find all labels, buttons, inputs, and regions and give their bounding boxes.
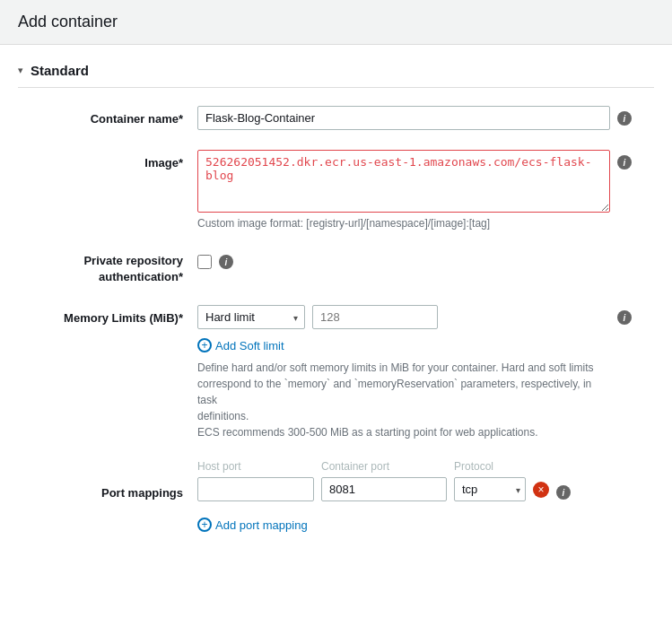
protocol-column-label: Protocol: [454, 460, 535, 473]
image-row: Image* 526262051452.dkr.ecr.us-east-1.am…: [18, 150, 654, 230]
section-title: Standard: [31, 63, 89, 78]
add-soft-limit-button[interactable]: + Add Soft limit: [197, 338, 610, 352]
memory-limits-label: Memory Limits (MiB)*: [18, 305, 197, 326]
port-mappings-row: Port mappings Host port Container port P…: [18, 460, 654, 532]
private-repo-row: Private repositoryauthentication* i: [18, 249, 654, 285]
image-hint: Custom image format: [registry-url]/[nam…: [197, 217, 610, 230]
memory-value-input[interactable]: [312, 305, 438, 329]
add-port-mapping-icon: +: [197, 518, 212, 532]
container-name-label: Container name*: [18, 106, 197, 127]
memory-type-select[interactable]: Hard limit Soft limit: [197, 305, 305, 329]
container-name-info-icon[interactable]: i: [617, 111, 632, 126]
page-title: Add container: [18, 13, 654, 31]
protocol-select-wrap: tcp udp ▾: [454, 477, 526, 501]
private-repo-checkbox[interactable]: [197, 255, 212, 269]
protocol-select[interactable]: tcp udp: [454, 477, 526, 501]
image-input[interactable]: 526262051452.dkr.ecr.us-east-1.amazonaws…: [197, 150, 610, 213]
add-port-mapping-button[interactable]: + Add port mapping: [197, 518, 308, 532]
memory-description: Define hard and/or soft memory limits in…: [197, 360, 610, 440]
container-name-input[interactable]: [197, 106, 610, 130]
memory-info-icon[interactable]: i: [617, 310, 632, 325]
page-header: Add container: [0, 0, 672, 45]
image-info-icon[interactable]: i: [617, 155, 632, 170]
private-repo-info-icon[interactable]: i: [219, 255, 233, 269]
private-repo-label: Private repositoryauthentication*: [18, 249, 197, 285]
memory-type-select-wrap: Hard limit Soft limit ▾: [197, 305, 305, 329]
port-mappings-label: Port mappings: [18, 460, 197, 501]
image-label: Image*: [18, 150, 197, 171]
container-port-column-label: Container port: [321, 460, 447, 473]
memory-limits-row: Memory Limits (MiB)* Hard limit Soft lim…: [18, 305, 654, 440]
add-soft-limit-icon: +: [197, 338, 212, 352]
container-port-input[interactable]: [321, 477, 447, 501]
port-mappings-info-icon[interactable]: i: [556, 485, 571, 500]
container-name-row: Container name* i: [18, 106, 654, 130]
host-port-column-label: Host port: [197, 460, 314, 473]
section-collapse-icon[interactable]: ▾: [18, 65, 23, 76]
port-mapping-entry: tcp udp ▾ ×: [197, 477, 549, 501]
host-port-input[interactable]: [197, 477, 314, 501]
remove-port-mapping-button[interactable]: ×: [533, 482, 549, 498]
